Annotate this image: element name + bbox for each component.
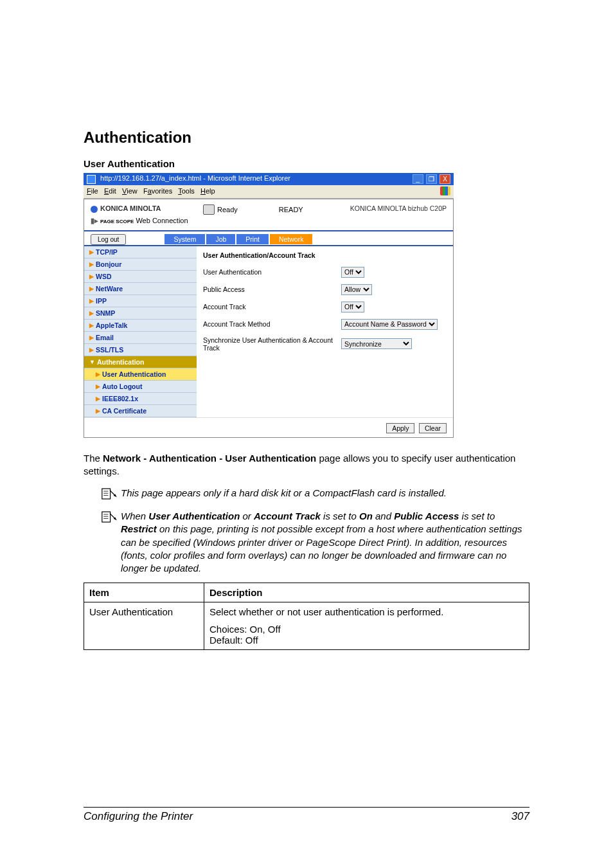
select-user-auth[interactable]: Off [341,267,364,278]
select-account-track[interactable]: Off [341,302,364,312]
status-word: READY [279,206,303,213]
intro-paragraph: The Network - Authentication - User Auth… [84,452,529,478]
sidebar-item-email[interactable]: ▶Email [84,332,197,344]
sidebar-item-userauth[interactable]: ▶User Authentication [84,368,197,381]
pagescope-label: PAGE SCOPE [100,219,134,224]
maximize-icon[interactable]: ❐ [426,174,437,184]
sidebar-item-bonjour[interactable]: ▶Bonjour [84,258,197,271]
section-heading: Authentication [84,129,529,147]
product-name: Web Connection [136,217,188,224]
label-account-track-method: Account Track Method [203,320,341,328]
sidebar-section-auth[interactable]: ▼Authentication [84,356,197,368]
sidebar-item-snmp[interactable]: ▶SNMP [84,307,197,320]
note-1: This page appears only if a hard disk ki… [121,487,447,502]
select-account-track-method[interactable]: Account Name & Password [341,319,438,330]
printer-icon [203,204,215,215]
menu-favorites[interactable]: Favorites [143,187,172,195]
subsection-heading: User Authentication [84,158,529,169]
note-icon [102,487,121,502]
sidebar-item-ssltls[interactable]: ▶SSL/TLS [84,344,197,356]
clear-button[interactable]: Clear [419,423,447,433]
status-label: Ready [217,206,238,213]
close-icon[interactable]: X [440,174,450,184]
km-logo-icon [91,206,98,213]
sidebar-item-ieee[interactable]: ▶IEEE802.1x [84,393,197,405]
sidebar-item-appletalk[interactable]: ▶AppleTalk [84,320,197,332]
sidebar-item-wsd[interactable]: ▶WSD [84,271,197,283]
device-model: KONICA MINOLTA bizhub C20P [350,204,447,212]
logout-button[interactable]: Log out [91,234,126,245]
windows-flag-icon [440,186,450,195]
label-public-access: Public Access [203,285,341,293]
select-sync[interactable]: Synchronize [341,338,412,349]
web-connection-frame: KONICA MINOLTA ▮▸ PAGE SCOPE Web Connect… [84,199,454,438]
menu-edit[interactable]: Edit [104,187,116,195]
sidebar-item-autologout[interactable]: ▶Auto Logout [84,381,197,393]
tab-network[interactable]: Network [270,234,313,244]
note-2: When User Authentication or Account Trac… [121,510,529,575]
page-number: 307 [511,810,529,823]
main-heading: User Authentication/Account Track [203,251,447,259]
note-icon [102,510,121,575]
table-row: User Authentication Select whether or no… [84,602,529,650]
menu-tools[interactable]: Tools [178,187,195,195]
browser-titlebar: http://192.168.1.27/a_index.html - Micro… [84,173,454,185]
brand-name: KONICA MINOLTA [100,204,161,212]
sidebar-item-tcpip[interactable]: ▶TCP/IP [84,246,197,258]
ie-icon [87,175,96,184]
footer-title: Configuring the Printer [84,810,193,823]
sidebar-item-netware[interactable]: ▶NetWare [84,283,197,295]
window-buttons: _ ❐ X [412,174,450,184]
label-user-auth: User Authentication [203,268,341,276]
cell-description: Select whether or not user authenticatio… [204,602,529,650]
browser-title: http://192.168.1.27/a_index.html - Micro… [87,174,290,183]
select-public-access[interactable]: Allow [341,284,372,295]
browser-menubar: File Edit View Favorites Tools Help [84,185,454,199]
apply-button[interactable]: Apply [386,423,414,433]
menu-view[interactable]: View [122,187,138,195]
table-header-item: Item [84,583,204,602]
embedded-screenshot: http://192.168.1.27/a_index.html - Micro… [84,173,454,438]
settings-table: Item Description User Authentication Sel… [84,583,529,650]
menu-help[interactable]: Help [200,187,215,195]
tab-print[interactable]: Print [236,234,269,244]
cell-item: User Authentication [84,602,204,650]
sidebar: ▶TCP/IP ▶Bonjour ▶WSD ▶NetWare ▶IPP ▶SNM… [84,246,197,417]
sidebar-item-ipp[interactable]: ▶IPP [84,295,197,307]
svg-rect-4 [102,512,111,522]
tab-system[interactable]: System [164,234,205,244]
table-header-description: Description [204,583,529,602]
label-account-track: Account Track [203,303,341,311]
tab-job[interactable]: Job [206,234,235,244]
minimize-icon[interactable]: _ [413,174,423,184]
sidebar-item-cacert[interactable]: ▶CA Certificate [84,405,197,417]
pagescope-icon: ▮▸ [91,217,98,224]
menu-file[interactable]: File [87,187,98,195]
label-sync: Synchronize User Authentication & Accoun… [203,336,341,352]
svg-rect-0 [102,489,111,499]
